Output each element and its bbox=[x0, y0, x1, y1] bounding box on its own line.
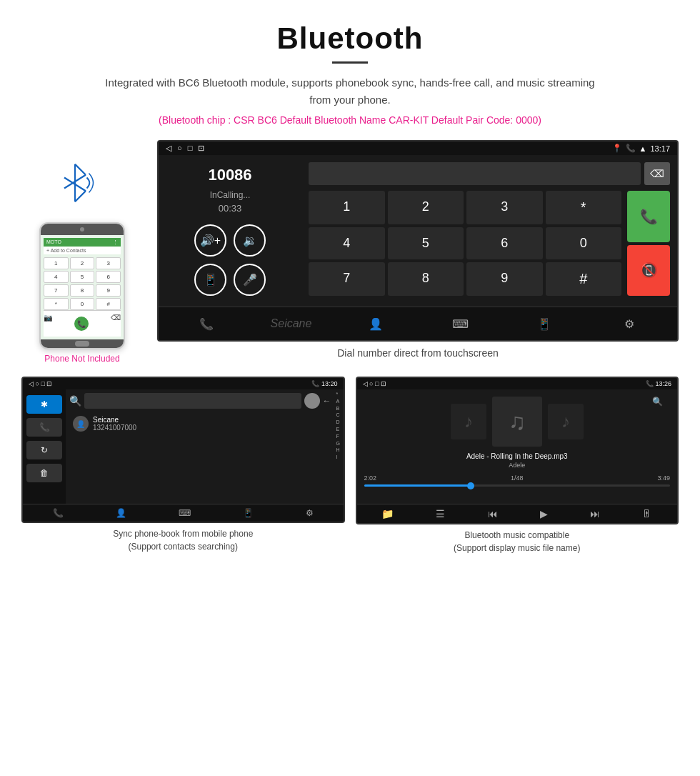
music-progress-dot bbox=[467, 482, 474, 489]
key-5[interactable]: 5 bbox=[388, 227, 464, 259]
volume-up-button[interactable]: 🔊+ bbox=[194, 224, 226, 257]
music-album-left: ♪ bbox=[451, 404, 486, 439]
phone-screen-header: MOTO ⋮ bbox=[44, 238, 121, 247]
music-progress-fill bbox=[364, 484, 471, 487]
phone-top-bar bbox=[41, 224, 124, 235]
bottom-screenshots: ◁ ○ □ ⊡ 📞 13:20 ✱ 📞 ↻ 🗑 bbox=[0, 377, 700, 554]
phone-dialpad: 1 2 3 4 5 6 7 8 9 * 0 # bbox=[44, 257, 121, 310]
dial-delete-button[interactable]: ⌫ bbox=[644, 162, 670, 185]
pb-nav-settings[interactable]: ⚙ bbox=[306, 508, 314, 518]
dial-key-0: 0 bbox=[70, 298, 95, 310]
pb-nav-call[interactable]: 📞 bbox=[53, 508, 64, 518]
add-to-contacts-bar: + Add to Contacts bbox=[44, 247, 121, 254]
phonebook-search-field[interactable] bbox=[84, 393, 301, 409]
phone-bottom-icons: 📷 📞 ⌫ bbox=[44, 310, 121, 337]
phone-delete-icon: ⌫ bbox=[111, 314, 121, 334]
phonebook-sidebar: ✱ 📞 ↻ 🗑 bbox=[23, 389, 66, 504]
dial-key-2: 2 bbox=[70, 257, 95, 269]
title-divider bbox=[332, 61, 368, 64]
music-albums: ♪ ♫ ♪ bbox=[451, 397, 584, 447]
dial-key-3: 3 bbox=[96, 257, 121, 269]
key-6[interactable]: 6 bbox=[466, 227, 543, 259]
music-home-icon: ○ bbox=[369, 380, 373, 387]
call-end-button[interactable]: 📵 bbox=[627, 245, 670, 297]
music-album-main: ♫ bbox=[492, 397, 542, 447]
pb-delete-button[interactable]: 🗑 bbox=[26, 464, 62, 482]
music-caption: Bluetooth music compatible (Support disp… bbox=[454, 529, 580, 554]
key-9[interactable]: 9 bbox=[466, 262, 543, 296]
music-progress-bar[interactable] bbox=[364, 484, 671, 487]
music-nav-next[interactable]: ⏭ bbox=[590, 508, 600, 519]
phonebook-alpha-list: * A B C D E F G H I bbox=[335, 389, 344, 504]
nav-dialpad-icon[interactable]: ⌨ bbox=[446, 313, 474, 334]
nav-contacts-icon[interactable]: 👤 bbox=[361, 313, 390, 334]
key-1[interactable]: 1 bbox=[309, 191, 385, 224]
car-bottom-nav: 📞 Seicane 👤 ⌨ 📱 ⚙ bbox=[159, 307, 677, 340]
keypad-grid: 1 2 3 * 4 5 6 0 7 8 9 # bbox=[309, 191, 621, 296]
wifi-icon: ▲ bbox=[639, 144, 647, 153]
car-dial-screen: ◁ ○ □ ⊡ 📍 📞 ▲ 13:17 10086 InCalling... bbox=[157, 140, 679, 342]
dial-right-panel: ⌫ 1 2 3 * 4 5 6 0 7 8 bbox=[301, 155, 677, 307]
dial-input-field[interactable] bbox=[309, 162, 641, 185]
music-nav-prev[interactable]: ⏮ bbox=[488, 508, 498, 519]
music-nav-play[interactable]: ▶ bbox=[540, 508, 548, 519]
key-4[interactable]: 4 bbox=[309, 227, 385, 259]
pb-search-icon: 🔍 bbox=[69, 395, 81, 407]
nav-transfer-icon[interactable]: 📱 bbox=[530, 313, 559, 334]
music-back-icon: ◁ bbox=[363, 380, 368, 387]
phonebook-caption: Sync phone-book from mobile phone (Suppo… bbox=[113, 527, 253, 553]
music-nav-folder[interactable]: 📁 bbox=[381, 508, 394, 519]
pb-circle-indicator bbox=[304, 393, 320, 409]
music-status-bar: ◁ ○ □ ⊡ 📞 13:26 bbox=[357, 378, 678, 389]
pb-home-icon: ○ bbox=[36, 380, 39, 387]
dial-key-4: 4 bbox=[44, 271, 69, 283]
pb-nav-transfer[interactable]: 📱 bbox=[243, 508, 254, 518]
key-3[interactable]: 3 bbox=[466, 191, 543, 224]
svg-line-1 bbox=[75, 164, 86, 175]
dial-action-column: 📞 📵 bbox=[627, 191, 670, 296]
transfer-button[interactable]: 📱 bbox=[194, 264, 226, 296]
phone-speaker bbox=[80, 227, 84, 232]
pb-nav-contacts[interactable]: 👤 bbox=[116, 508, 126, 518]
music-menu-icon: ⊡ bbox=[381, 380, 386, 387]
music-nav-playlist[interactable]: ☰ bbox=[436, 508, 445, 519]
contact-item-seicane[interactable]: 👤 Seicane 13241007000 bbox=[69, 412, 331, 435]
nav-call-icon[interactable]: 📞 bbox=[192, 313, 221, 334]
music-note-main: ♫ bbox=[509, 409, 526, 435]
key-0[interactable]: 0 bbox=[546, 227, 622, 259]
dial-status-bar: ◁ ○ □ ⊡ 📍 📞 ▲ 13:17 bbox=[159, 141, 677, 155]
call-timer: 00:33 bbox=[219, 203, 242, 214]
pb-bluetooth-button[interactable]: ✱ bbox=[26, 395, 62, 414]
pb-sync-button[interactable]: ↻ bbox=[26, 441, 62, 459]
phone-signal-icon: 📞 bbox=[626, 144, 636, 153]
key-2[interactable]: 2 bbox=[388, 191, 464, 224]
menu-icon: ⊡ bbox=[198, 144, 204, 153]
phonebook-status-bar: ◁ ○ □ ⊡ 📞 13:20 bbox=[23, 378, 344, 389]
key-hash[interactable]: # bbox=[546, 262, 622, 296]
music-track-info: 2:02 1/48 3:49 bbox=[364, 474, 671, 482]
pb-back-arrow: ← bbox=[323, 396, 331, 406]
volume-down-button[interactable]: 🔉 bbox=[234, 224, 266, 257]
seicane-watermark: Seicane bbox=[276, 313, 305, 334]
call-accept-button[interactable]: 📞 bbox=[627, 191, 670, 242]
pb-phone-button[interactable]: 📞 bbox=[26, 418, 62, 437]
dial-key-9: 9 bbox=[96, 284, 121, 297]
mute-button[interactable]: 🎤 bbox=[234, 264, 266, 296]
key-7[interactable]: 7 bbox=[309, 262, 385, 296]
music-song-name: Adele - Rolling In the Deep.mp3 bbox=[466, 452, 568, 460]
music-note-right: ♪ bbox=[561, 412, 570, 432]
phone-mock: MOTO ⋮ + Add to Contacts 1 2 3 4 5 6 7 8… bbox=[39, 222, 125, 349]
key-8[interactable]: 8 bbox=[388, 262, 464, 296]
phone-video-icon: 📷 bbox=[44, 314, 52, 334]
key-star[interactable]: * bbox=[546, 191, 622, 224]
nav-settings-icon[interactable]: ⚙ bbox=[615, 313, 644, 334]
pb-nav-dialpad[interactable]: ⌨ bbox=[179, 508, 191, 518]
car-screen-section: ◁ ○ □ ⊡ 📍 📞 ▲ 13:17 10086 InCalling... bbox=[157, 140, 679, 369]
music-search-icon[interactable]: 🔍 bbox=[652, 397, 663, 407]
music-note-left: ♪ bbox=[464, 412, 473, 432]
calling-status: InCalling... bbox=[210, 190, 251, 200]
page-header: Bluetooth Integrated with BC6 Bluetooth … bbox=[0, 0, 700, 133]
keypad-and-actions: 1 2 3 * 4 5 6 0 7 8 9 # bbox=[309, 191, 670, 296]
music-nav-equalizer[interactable]: 🎚 bbox=[642, 508, 652, 519]
home-icon: ○ bbox=[177, 144, 182, 153]
